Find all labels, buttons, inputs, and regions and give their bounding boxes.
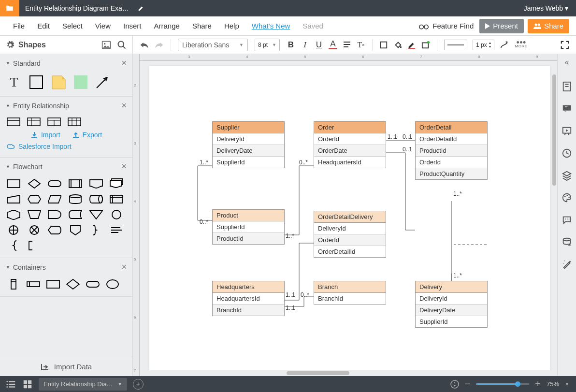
fc-document[interactable] — [89, 178, 103, 189]
block-shape[interactable] — [73, 75, 88, 89]
fc-multidoc[interactable] — [110, 178, 123, 189]
size-select[interactable]: 8 pt▼ — [255, 39, 280, 51]
fc-database[interactable] — [69, 194, 82, 204]
italic-icon[interactable]: I — [301, 41, 309, 49]
underline-icon[interactable]: U — [315, 41, 323, 49]
align-icon[interactable] — [343, 41, 351, 49]
horizontal-scrollbar[interactable] — [146, 370, 557, 376]
entity-branch[interactable]: Branch BranchId — [314, 281, 386, 305]
fc-direct-data[interactable] — [89, 194, 103, 204]
menu-select[interactable]: Select — [56, 22, 89, 30]
page-tab[interactable]: Entity Relationship Dia…▼ — [39, 378, 127, 391]
menu-edit[interactable]: Edit — [31, 22, 56, 30]
fc-merge[interactable] — [89, 209, 103, 220]
connector-icon[interactable] — [500, 41, 508, 49]
grid-icon[interactable] — [22, 379, 33, 390]
folder-icon[interactable] — [0, 0, 19, 16]
close-icon[interactable]: × — [121, 262, 127, 272]
image-icon[interactable] — [101, 40, 111, 50]
fc-manual-input[interactable] — [7, 194, 20, 204]
bold-icon[interactable]: B — [287, 41, 295, 49]
font-select[interactable]: Liberation Sans▼ — [178, 39, 248, 51]
collapse-panel-icon[interactable]: « — [565, 58, 569, 67]
add-page-button[interactable]: + — [133, 379, 144, 390]
edit-title-icon[interactable] — [138, 5, 144, 12]
fill-icon[interactable] — [393, 41, 402, 49]
entity-order-detail[interactable]: OrderDetail OrderDetailId ProductId Orde… — [415, 121, 488, 180]
line-style[interactable] — [444, 40, 467, 50]
fc-summing[interactable] — [28, 225, 41, 235]
fc-process[interactable] — [7, 178, 20, 189]
category-header[interactable]: ▼Standard× — [0, 54, 132, 72]
fc-internal-storage[interactable] — [110, 194, 123, 204]
redo-icon[interactable] — [154, 41, 164, 49]
search-icon[interactable] — [117, 40, 127, 50]
category-header[interactable]: ▼Entity Relationship× — [0, 97, 132, 115]
history-icon[interactable] — [562, 148, 572, 159]
data-icon[interactable] — [562, 237, 572, 247]
close-icon[interactable]: × — [121, 58, 127, 68]
cont-rect[interactable] — [46, 279, 60, 290]
category-header[interactable]: ▼Containers× — [0, 258, 132, 276]
share-button[interactable]: Share — [528, 19, 569, 33]
more-button[interactable]: •••MORE — [515, 41, 528, 48]
fc-connector[interactable] — [110, 209, 123, 220]
document-title[interactable]: Entity Relationship Diagram Exa… — [19, 4, 135, 12]
fc-predefined[interactable] — [69, 178, 82, 189]
text-shape[interactable]: T — [7, 75, 21, 89]
entity-order-detail-delivery[interactable]: OrderDetailDelivery DeliveryId OrderId O… — [314, 211, 386, 258]
cont-diamond[interactable] — [66, 279, 80, 290]
fc-off-page[interactable] — [69, 225, 82, 235]
chat-icon[interactable] — [562, 215, 572, 225]
undo-icon[interactable] — [140, 41, 149, 49]
zoom-out-icon[interactable]: − — [465, 378, 471, 390]
vertical-scrollbar[interactable] — [551, 68, 557, 370]
export-link[interactable]: Export — [72, 131, 102, 139]
er-shape-1[interactable] — [7, 117, 20, 126]
autoscroll-icon[interactable] — [450, 380, 459, 389]
border-color-icon[interactable] — [407, 41, 416, 49]
fc-or[interactable] — [7, 225, 20, 235]
fullscreen-icon[interactable] — [561, 41, 569, 49]
layers-icon[interactable] — [562, 170, 572, 181]
entity-delivery[interactable]: Delivery DeliveryId DeliveryDate Supplie… — [415, 281, 488, 328]
gear-icon[interactable] — [6, 41, 14, 49]
rect-shape[interactable] — [29, 75, 43, 89]
er-shape-3[interactable] — [47, 117, 61, 126]
page[interactable]: Supplier DeliveryId DeliveryDate Supplie… — [149, 66, 550, 375]
menu-arrange[interactable]: Arrange — [148, 22, 186, 30]
cont-swimlane-h[interactable] — [27, 279, 40, 290]
fc-data[interactable] — [48, 194, 61, 204]
fc-stored-data[interactable] — [69, 209, 82, 220]
feature-find[interactable]: Feature Find — [419, 22, 474, 30]
comment-icon[interactable]: "" — [562, 103, 572, 114]
menu-file[interactable]: File — [7, 22, 31, 30]
list-icon[interactable] — [6, 379, 16, 390]
cont-pill[interactable] — [86, 279, 100, 290]
user-menu[interactable]: James Webb ▾ — [516, 4, 576, 12]
entity-headquarters[interactable]: Headquarters HeadquartersId BranchId — [212, 281, 285, 316]
magic-icon[interactable] — [562, 259, 572, 270]
entity-product[interactable]: Product SupplierId ProductId — [212, 209, 285, 245]
shape-options-icon[interactable] — [421, 41, 430, 49]
er-shape-4[interactable] — [68, 117, 81, 126]
zoom-in-icon[interactable]: + — [535, 378, 541, 390]
menu-whatsnew[interactable]: What's New — [245, 22, 297, 30]
import-link[interactable]: Import — [30, 131, 60, 139]
arrow-shape[interactable] — [96, 75, 110, 89]
er-shape-2[interactable] — [27, 117, 41, 126]
fc-decision[interactable] — [28, 178, 41, 189]
menu-share[interactable]: Share — [186, 22, 218, 30]
category-header[interactable]: ▼Flowchart× — [0, 158, 132, 175]
menu-insert[interactable]: Insert — [117, 22, 148, 30]
zoom-slider[interactable] — [476, 383, 529, 385]
fc-terminator[interactable] — [48, 178, 61, 189]
crop-icon[interactable] — [379, 41, 388, 49]
present-panel-icon[interactable] — [562, 126, 572, 136]
line-width[interactable]: 1 px▴▾ — [473, 40, 494, 50]
zoom-value[interactable]: 75% — [547, 380, 559, 388]
close-icon[interactable]: × — [121, 101, 127, 111]
cont-circle[interactable] — [106, 279, 119, 290]
fc-delay[interactable] — [48, 209, 61, 220]
cont-swimlane-v[interactable] — [7, 279, 20, 290]
